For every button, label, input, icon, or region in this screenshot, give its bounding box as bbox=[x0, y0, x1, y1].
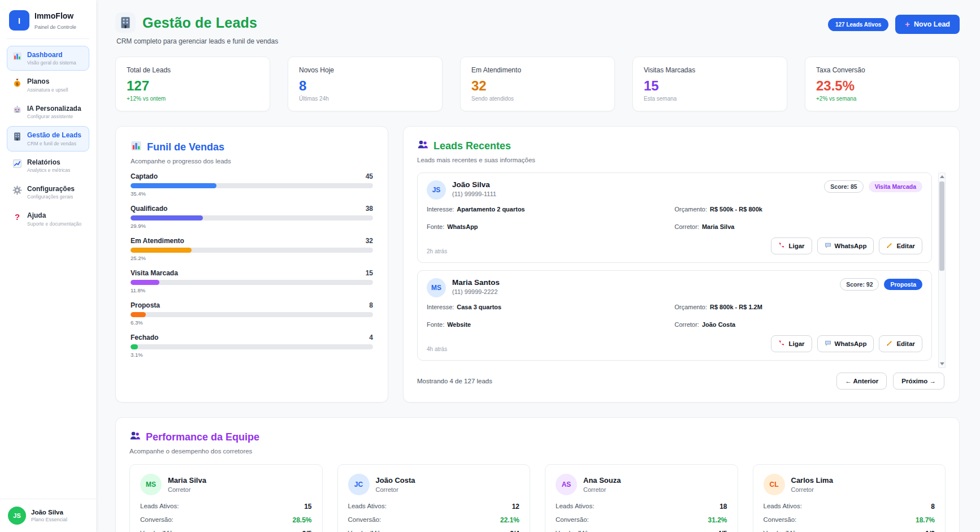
page-title: Gestão de Leads bbox=[142, 15, 257, 31]
member-card-maria-silva: MS Maria SilvaCorretor Leads Ativos:15 C… bbox=[129, 464, 323, 532]
status-badge: Proposta bbox=[884, 279, 922, 290]
stage-bar bbox=[131, 183, 216, 188]
sidebar-item-sublabel: Configurar assistente bbox=[27, 114, 81, 119]
member-conversao-row: Conversão:28.5% bbox=[140, 516, 312, 524]
users-icon bbox=[129, 430, 141, 444]
user-name: João Silva bbox=[31, 509, 67, 516]
app-name: ImmoFlow bbox=[34, 11, 76, 20]
lead-orcamento: Orçamento:R$ 800k - R$ 1.2M bbox=[675, 304, 923, 310]
sidebar-item-sublabel: Visão geral do sistema bbox=[27, 60, 76, 66]
member-conversao-row: Conversão:31.2% bbox=[556, 516, 727, 524]
ligar-button[interactable]: Ligar bbox=[771, 335, 812, 352]
stat-note: Esta semana bbox=[644, 96, 776, 102]
member-conversao-row: Conversão:22.1% bbox=[348, 516, 520, 524]
editar-button[interactable]: Editar bbox=[879, 237, 922, 254]
proximo-button[interactable]: Próximo → bbox=[893, 373, 944, 390]
scrollbar-thumb[interactable] bbox=[939, 181, 944, 271]
pencil-icon bbox=[886, 242, 893, 250]
anterior-button[interactable]: ← Anterior bbox=[836, 373, 887, 390]
stage-percent: 25.2% bbox=[131, 255, 373, 261]
score-badge: Score: 92 bbox=[840, 278, 879, 291]
leads-recentes-card: Leads Recentes Leads mais recentes e sua… bbox=[403, 126, 960, 403]
robot-icon bbox=[12, 105, 22, 115]
stat-label: Visitas Marcadas bbox=[644, 66, 776, 74]
stat-value: 32 bbox=[471, 78, 604, 94]
pencil-icon bbox=[886, 340, 893, 348]
avatar: CL bbox=[764, 474, 785, 495]
leads-subtitle: Leads mais recentes e suas informações bbox=[417, 157, 946, 163]
member-vendas-row: Vendas/Mês:1/3 bbox=[764, 530, 935, 532]
sidebar-item-label: Configurações bbox=[27, 185, 75, 193]
sidebar-item-ajuda[interactable]: ? AjudaSuporte e documentação bbox=[7, 206, 89, 231]
stat-label: Taxa Conversão bbox=[816, 66, 948, 74]
member-name: Carlos Lima bbox=[791, 476, 833, 485]
sidebar-item-gestao-de-leads[interactable]: Gestão de LeadsCRM e funil de vendas bbox=[7, 126, 89, 151]
sidebar-item-relatorios[interactable]: RelatóriosAnalytics e métricas bbox=[7, 153, 89, 178]
novo-lead-label: Novo Lead bbox=[914, 20, 950, 28]
stage-track bbox=[131, 312, 373, 317]
editar-label: Editar bbox=[896, 243, 915, 249]
sidebar-item-ia-personalizada[interactable]: IA PersonalizadaConfigurar assistente bbox=[7, 100, 89, 124]
sidebar-item-label: Relatórios bbox=[27, 158, 70, 166]
sidebar-item-sublabel: Suporte e documentação bbox=[27, 221, 81, 227]
sidebar-item-dashboard[interactable]: DashboardVisão geral do sistema bbox=[7, 46, 89, 71]
funnel-stage-fechado: Fechado4 3.1% bbox=[131, 334, 373, 358]
member-leads-row: Leads Ativos:12 bbox=[348, 503, 520, 511]
stat-note: Últimas 24h bbox=[299, 96, 431, 102]
scroll-up-icon[interactable] bbox=[939, 173, 945, 180]
stat-card-taxa-conversao: Taxa Conversão 23.5% +2% vs semana bbox=[805, 57, 960, 111]
member-name: Maria Silva bbox=[168, 476, 206, 485]
lead-fonte: Fonte:WhatsApp bbox=[427, 223, 675, 230]
stage-bar bbox=[131, 248, 192, 253]
stage-label: Qualificado bbox=[131, 205, 167, 213]
member-name: João Costa bbox=[376, 476, 415, 485]
funnel-subtitle: Acompanhe o progresso dos leads bbox=[131, 158, 373, 165]
stage-count: 4 bbox=[369, 334, 373, 341]
member-card-carlos-lima: CL Carlos LimaCorretor Leads Ativos:8 Co… bbox=[753, 464, 946, 532]
lead-card-maria-santos: MS Maria Santos (11) 99999-2222 Score: 9… bbox=[417, 270, 932, 361]
user-profile[interactable]: JS João Silva Plano Essencial bbox=[0, 499, 96, 532]
funil-de-vendas-card: Funil de Vendas Acompanhe o progresso do… bbox=[115, 126, 388, 403]
performance-da-equipe-card: Performance da Equipe Acompanhe o desemp… bbox=[115, 417, 960, 532]
member-leads-row: Leads Ativos:18 bbox=[556, 503, 727, 511]
scroll-down-icon[interactable] bbox=[939, 360, 945, 367]
novo-lead-button[interactable]: + Novo Lead bbox=[895, 15, 960, 34]
sidebar-item-configuracoes[interactable]: ConfiguraçõesConfigurações gerais bbox=[7, 180, 89, 205]
whatsapp-button[interactable]: WhatsApp bbox=[817, 335, 874, 352]
avatar: AS bbox=[556, 474, 577, 495]
money-bag-icon: $ bbox=[12, 78, 22, 88]
leads-title: Leads Recentes bbox=[433, 140, 511, 152]
building-icon bbox=[12, 132, 22, 141]
whatsapp-button[interactable]: WhatsApp bbox=[817, 237, 874, 254]
leads-scrollbar[interactable] bbox=[938, 172, 946, 368]
chat-bubble-icon bbox=[825, 340, 831, 348]
avatar: MS bbox=[140, 474, 162, 495]
lead-fonte: Fonte:Website bbox=[427, 321, 675, 328]
funnel-title: Funil de Vendas bbox=[147, 141, 224, 153]
avatar: JS bbox=[8, 507, 26, 525]
chat-bubble-icon bbox=[825, 242, 831, 250]
stat-note: +12% vs ontem bbox=[127, 96, 259, 102]
app-logo: I bbox=[9, 10, 29, 31]
stat-value: 23.5% bbox=[816, 78, 948, 94]
sidebar-item-label: Ajuda bbox=[27, 211, 81, 219]
avatar: JS bbox=[427, 180, 446, 200]
editar-label: Editar bbox=[896, 340, 915, 347]
sidebar-nav: DashboardVisão geral do sistema $ Planos… bbox=[7, 46, 89, 232]
main-content: Gestão de Leads CRM completo para gerenc… bbox=[96, 0, 980, 532]
app-brand: I ImmoFlow Painel de Controle bbox=[7, 9, 89, 39]
stage-percent: 6.3% bbox=[131, 319, 373, 326]
page-subtitle: CRM completo para gerenciar leads e funi… bbox=[116, 37, 278, 45]
ligar-label: Ligar bbox=[788, 340, 804, 347]
editar-button[interactable]: Editar bbox=[879, 335, 922, 352]
funnel-stage-qualificado: Qualificado38 29.9% bbox=[131, 205, 373, 229]
lead-timestamp: 2h atrás bbox=[427, 248, 447, 254]
member-vendas-row: Vendas/Mês:4/5 bbox=[556, 530, 727, 532]
ligar-button[interactable]: Ligar bbox=[771, 237, 812, 254]
sidebar-item-planos[interactable]: $ PlanosAssinatura e upsell bbox=[7, 72, 89, 97]
lead-interesse: Interesse:Apartamento 2 quartos bbox=[427, 206, 675, 213]
stage-percent: 3.1% bbox=[131, 352, 373, 358]
stats-row: Total de Leads 127 +12% vs ontem Novos H… bbox=[115, 57, 960, 111]
stat-card-em-atendimento: Em Atendimento 32 Sendo atendidos bbox=[460, 57, 615, 111]
stage-bar bbox=[131, 312, 146, 317]
